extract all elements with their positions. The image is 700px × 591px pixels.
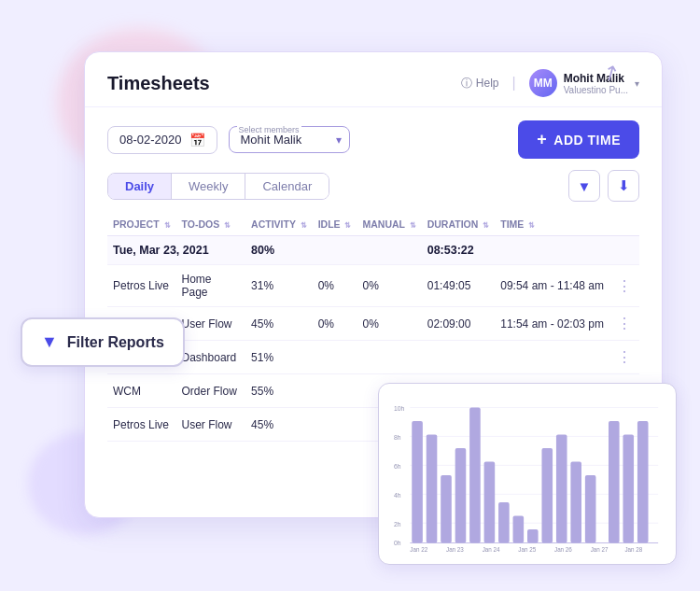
more-button[interactable]: ⋮	[615, 277, 634, 295]
row-project: Petros Live	[107, 408, 176, 442]
row-manual: 0%	[357, 307, 421, 341]
row-idle	[313, 341, 357, 374]
member-value: Mohit Malik	[241, 133, 302, 147]
row-project: WCM	[107, 374, 176, 408]
bar-chart: 10h 8h 6h 4h 2h 0h Jan 22 Jan 23	[392, 395, 663, 556]
col-duration: DURATION ⇅	[422, 211, 496, 236]
row-activity: 55%	[245, 374, 313, 408]
svg-rect-20	[527, 529, 539, 543]
date-picker[interactable]: 08-02-2020 📅	[107, 126, 217, 154]
row-todos: User Flow	[176, 408, 246, 442]
svg-text:6h: 6h	[394, 463, 401, 470]
row-more[interactable]: ⋮	[609, 307, 639, 341]
row-manual	[357, 341, 421, 374]
svg-rect-13	[427, 435, 438, 543]
sort-arrow-todos: ⇅	[224, 221, 231, 230]
svg-rect-19	[513, 516, 525, 543]
row-more[interactable]: ⋮	[609, 341, 639, 374]
date-activity: 80%	[245, 236, 313, 265]
col-time: TIME ⇅	[495, 211, 609, 236]
row-manual: 0%	[357, 265, 421, 307]
row-todos: Dashboard	[176, 341, 246, 374]
filter-card-label: Filter Reports	[67, 334, 164, 351]
add-time-label: ADD TIME	[553, 133, 621, 148]
row-duration: 01:49:05	[422, 265, 496, 307]
row-todos: Home Page	[176, 265, 246, 307]
tab-daily[interactable]: Daily	[108, 174, 171, 199]
tab-actions: ▼ ⬇	[568, 170, 639, 202]
filter-button[interactable]: ▼	[568, 170, 600, 202]
row-activity: 51%	[245, 341, 313, 374]
sort-arrow-idle: ⇅	[344, 221, 351, 230]
filter-icon: ▼	[578, 178, 592, 194]
plus-icon: +	[537, 130, 547, 149]
tab-calendar[interactable]: Calendar	[245, 174, 329, 199]
row-time	[495, 341, 609, 374]
col-manual: MANUAL ⇅	[357, 211, 421, 236]
svg-rect-23	[570, 462, 581, 543]
svg-text:Jan 25: Jan 25	[518, 546, 536, 553]
sort-arrow-project: ⇅	[164, 221, 171, 230]
view-tabs: Daily Weekly Calendar ▼ ⬇	[85, 170, 662, 211]
row-todos: User Flow	[176, 307, 246, 341]
table-header-row: PROJECT ⇅ TO-DOS ⇅ ACTIVITY ⇅ IDLE ⇅ MAN…	[107, 211, 639, 236]
member-select[interactable]: Select members Mohit Malik ▾	[229, 126, 350, 153]
svg-rect-27	[637, 421, 649, 543]
tab-weekly[interactable]: Weekly	[171, 174, 245, 199]
add-time-button[interactable]: + ADD TIME	[518, 120, 639, 159]
member-chevron-icon: ▾	[336, 134, 342, 147]
divider: |	[512, 75, 516, 91]
row-idle	[313, 374, 357, 408]
toolbar: 08-02-2020 📅 Select members Mohit Malik …	[85, 107, 662, 170]
row-idle: 0%	[313, 265, 357, 307]
row-todos: Order Flow	[176, 374, 246, 408]
svg-text:Jan 23: Jan 23	[446, 546, 464, 553]
date-manual	[357, 236, 421, 265]
filter-card[interactable]: ▼ Filter Reports	[21, 317, 185, 367]
more-button[interactable]: ⋮	[615, 315, 634, 332]
sort-arrow-manual: ⇅	[410, 221, 416, 230]
row-idle	[313, 408, 357, 442]
date-actions	[609, 236, 639, 265]
sort-arrow-time: ⇅	[528, 221, 535, 230]
row-time: 11:54 am - 02:03 pm	[495, 307, 609, 341]
table-row: Petros Live Home Page 31% 0% 0% 01:49:05…	[107, 265, 639, 307]
help-link[interactable]: ⓘ Help	[461, 76, 499, 91]
svg-text:Jan 27: Jan 27	[591, 546, 609, 553]
svg-rect-26	[623, 435, 634, 543]
svg-rect-22	[556, 435, 567, 543]
svg-text:Jan 24: Jan 24	[483, 546, 500, 553]
select-label: Select members	[237, 126, 301, 134]
row-project: Petros Live	[107, 265, 176, 307]
svg-rect-25	[609, 421, 620, 543]
svg-rect-12	[412, 421, 423, 543]
tabs-group: Daily Weekly Calendar	[107, 173, 329, 200]
col-todos: TO-DOS ⇅	[176, 211, 246, 236]
svg-rect-17	[484, 462, 496, 543]
row-more[interactable]: ⋮	[609, 265, 639, 307]
svg-text:Jan 26: Jan 26	[554, 546, 572, 553]
svg-text:10h: 10h	[394, 405, 405, 412]
sort-arrow-duration: ⇅	[483, 221, 489, 230]
filter-card-icon: ▼	[41, 332, 58, 352]
svg-rect-14	[441, 475, 452, 543]
svg-rect-15	[455, 448, 467, 543]
col-actions	[609, 211, 639, 236]
col-idle: IDLE ⇅	[313, 211, 357, 236]
help-label: Help	[476, 77, 499, 90]
col-project: PROJECT ⇅	[107, 211, 176, 236]
svg-rect-21	[541, 448, 553, 543]
card-header: Timesheets ⓘ Help | MM Mohit Malik Value…	[85, 52, 662, 107]
download-button[interactable]: ⬇	[608, 170, 639, 202]
toolbar-left: 08-02-2020 📅 Select members Mohit Malik …	[107, 126, 350, 154]
svg-text:2h: 2h	[394, 521, 401, 528]
download-icon: ⬇	[618, 177, 630, 194]
sort-arrow-activity: ⇅	[301, 221, 307, 230]
calendar-icon: 📅	[189, 133, 205, 148]
avatar: MM	[529, 69, 557, 97]
help-icon: ⓘ	[461, 76, 472, 91]
col-activity: ACTIVITY ⇅	[245, 211, 313, 236]
table-date-row: Tue, Mar 23, 2021 80% 08:53:22	[107, 236, 639, 265]
more-button[interactable]: ⋮	[615, 348, 634, 366]
row-duration	[422, 341, 496, 374]
